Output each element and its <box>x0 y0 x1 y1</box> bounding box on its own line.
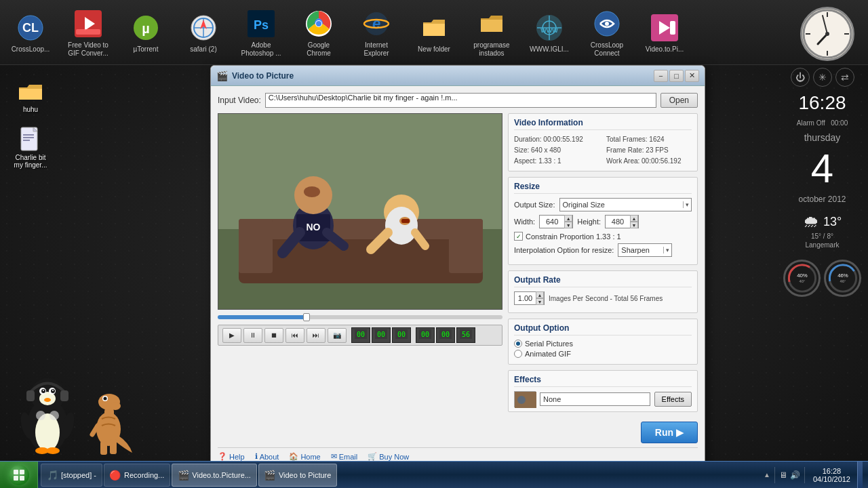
top-icon-bar: CL CrossLoop... Free Video toGIF Conver.… <box>0 0 868 65</box>
desktop-characters <box>14 361 136 458</box>
buy-now-link[interactable]: 🛒 Buy Now <box>368 452 409 461</box>
input-video-path[interactable]: C:\Users\huhu\Desktop\Charlie bit my fin… <box>265 93 656 108</box>
top-icon-safari[interactable]: safari (2) <box>180 9 227 56</box>
open-button[interactable]: Open <box>660 93 698 108</box>
desktop: Windows 7 CL CrossLoop... Free Video toG… <box>0 0 868 488</box>
desktop-icon-huhu[interactable]: huhu <box>7 75 54 116</box>
svg-text:40%: 40% <box>797 272 808 279</box>
capture-button[interactable]: 📷 <box>328 328 347 343</box>
close-button[interactable]: ✕ <box>685 70 699 82</box>
top-icon-crossloop-connect[interactable]: CrossLoopConnect <box>583 5 631 60</box>
top-icon-video-to-pi[interactable]: Video.to.Pi... <box>641 9 688 56</box>
effects-button[interactable]: Effects <box>654 392 692 407</box>
start-button[interactable] <box>0 462 38 489</box>
output-size-select[interactable]: Original Size ▾ <box>559 198 692 211</box>
top-icon-utorrent[interactable]: µ µTorrent <box>122 9 170 56</box>
output-rate-up[interactable]: ▲ <box>536 291 544 298</box>
tray-time: 16:28 04/10/2012 <box>809 467 854 483</box>
digital-clock: 16:28 <box>798 92 846 114</box>
next-frame-button[interactable]: ⏭ <box>307 328 326 343</box>
crossloop-label: CrossLoop... <box>12 45 50 54</box>
svg-rect-117 <box>20 476 24 481</box>
video-to-picture-window: 🎬 Video to Picture − □ ✕ Input Video: C:… <box>210 65 705 472</box>
weather-widget: 🌧 13° 15° / 8° Langemark <box>803 212 842 249</box>
animated-gif-radio[interactable] <box>514 350 522 358</box>
constrain-checkbox[interactable]: ✓ <box>514 232 523 241</box>
svg-text:Ps: Ps <box>254 18 269 32</box>
height-spinbox[interactable]: 480 ▲ ▼ <box>605 215 639 228</box>
effect-name-field: None <box>540 392 650 406</box>
svg-text:00: 00 <box>377 331 385 338</box>
height-up[interactable]: ▲ <box>630 215 638 222</box>
width-up[interactable]: ▲ <box>564 215 572 222</box>
play-button[interactable]: ▶ <box>222 328 241 343</box>
taskbar-recording[interactable]: 🔴 Recording... <box>104 464 170 487</box>
desktop-icon-charlie[interactable]: Charlie bitmy finger... <box>7 123 54 171</box>
asterisk-icon[interactable]: ✳ <box>813 68 832 87</box>
output-rate-down[interactable]: ▼ <box>536 298 544 305</box>
www-igli-label: WWW.IGLI... <box>530 45 569 54</box>
output-rate-spinbox[interactable]: 1.00 ▲ ▼ <box>514 291 545 305</box>
about-link[interactable]: ℹ About <box>255 452 279 461</box>
help-link[interactable]: ❓ Help <box>218 452 245 461</box>
maximize-button[interactable]: □ <box>669 70 684 82</box>
svg-point-60 <box>52 390 54 391</box>
resize-title: Resize <box>514 182 692 194</box>
run-button[interactable]: Run ▶ <box>641 422 698 443</box>
top-icon-crossloop[interactable]: CL CrossLoop... <box>7 9 54 56</box>
email-icon: ✉ <box>331 452 337 461</box>
seek-thumb[interactable] <box>303 313 310 321</box>
taskbar-stopped[interactable]: 🎵 [stopped] - <box>41 464 102 487</box>
pause-button[interactable]: ⏸ <box>243 328 262 343</box>
city-name: Langemark <box>805 241 839 249</box>
video-preview: NO <box>218 113 502 310</box>
dimensions-row: Width: 640 ▲ ▼ Height: 480 <box>514 215 692 228</box>
width-spinbox[interactable]: 640 ▲ ▼ <box>539 215 573 228</box>
serial-pictures-radio[interactable] <box>514 340 522 348</box>
taskbar-video-to-pic[interactable]: 🎬 Video.to.Picture... <box>172 464 257 487</box>
interpolation-row: Interpolation Option for resize: Sharpen… <box>514 243 692 257</box>
window-app-icon: 🎬 <box>216 70 228 81</box>
top-icon-adobe-photoshop[interactable]: Ps AdobePhotoshop ... <box>237 5 285 60</box>
utorrent-icon: µ <box>130 12 162 44</box>
google-chrome-icon <box>302 7 335 40</box>
seek-bar[interactable] <box>218 315 502 319</box>
top-icon-www-igli[interactable]: WWW WWW.IGLI... <box>526 9 573 56</box>
interpolation-select[interactable]: Sharpen ▾ <box>618 243 672 257</box>
taskbar-video-to-pic2[interactable]: 🎬 Video to Picture <box>258 464 337 487</box>
svg-rect-116 <box>14 476 18 481</box>
arrows-icon[interactable]: ⇄ <box>835 68 854 87</box>
widget-icons-row: ⏻ ✳ ⇄ <box>791 68 854 87</box>
top-icon-programas[interactable]: programaseinstados <box>468 5 515 60</box>
svg-rect-4 <box>76 29 100 35</box>
svg-text:46%: 46% <box>837 272 848 279</box>
svg-rect-94 <box>401 219 410 223</box>
top-icon-free-video[interactable]: Free Video toGIF Conver... <box>64 5 112 60</box>
prev-frame-button[interactable]: ⏮ <box>285 328 304 343</box>
tray-expand-icon[interactable]: ▲ <box>764 471 770 479</box>
power-icon[interactable]: ⏻ <box>791 68 810 87</box>
top-icon-new-folder[interactable]: New folder <box>410 9 458 56</box>
top-icon-google-chrome[interactable]: GoogleChrome <box>295 5 342 60</box>
interpolation-dropdown-arrow[interactable]: ▾ <box>663 247 671 253</box>
crossloop-connect-label: CrossLoopConnect <box>591 41 623 58</box>
serial-pictures-label: Serial Pictures <box>525 340 573 348</box>
penguin-character <box>14 361 81 458</box>
home-link[interactable]: 🏠 Home <box>289 452 320 461</box>
minimize-button[interactable]: − <box>654 70 668 82</box>
output-size-dropdown-arrow[interactable]: ▾ <box>683 201 691 208</box>
timecodes-right: 00 00 56 <box>416 327 475 343</box>
svg-text:00: 00 <box>357 331 365 338</box>
new-folder-label: New folder <box>418 45 450 54</box>
show-desktop-button[interactable] <box>857 462 863 489</box>
width-down[interactable]: ▼ <box>564 222 572 228</box>
tray-volume-icon[interactable]: 🔊 <box>790 470 800 480</box>
svg-text:µ: µ <box>142 21 150 36</box>
top-icon-internet-explorer[interactable]: e InternetExplorer <box>353 5 400 60</box>
stop-button[interactable]: ⏹ <box>264 328 283 343</box>
email-link[interactable]: ✉ Email <box>331 452 358 461</box>
output-rate-section: Output Rate 1.00 ▲ ▼ Images Per Second -… <box>508 270 698 313</box>
month-year: october 2012 <box>798 195 846 204</box>
height-down[interactable]: ▼ <box>630 222 638 228</box>
serial-pictures-row: Serial Pictures <box>514 340 692 348</box>
